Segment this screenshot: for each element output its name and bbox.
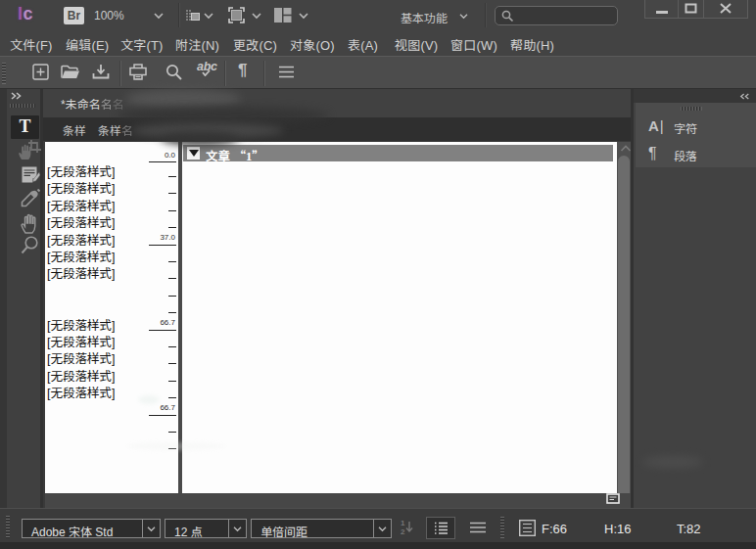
svg-text:1: 1 — [401, 519, 405, 527]
svg-text:2: 2 — [401, 527, 405, 535]
